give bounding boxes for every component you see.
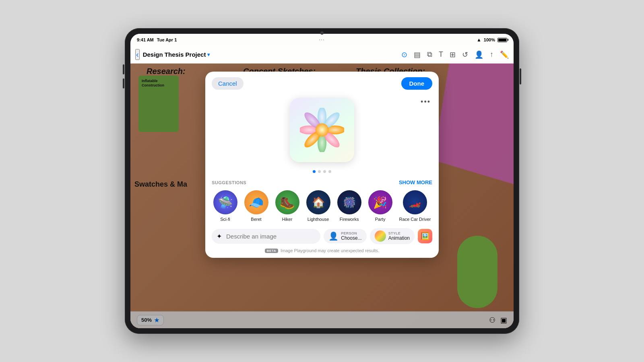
more-options-button[interactable]: •••	[421, 98, 431, 106]
image-insert-icon: 🖼️	[421, 232, 429, 241]
title-text: Design Thesis Project	[143, 51, 206, 58]
lighthouse-label: Lighthouse	[308, 217, 329, 222]
status-bar-center: ···	[319, 38, 325, 42]
sci-fi-label: Sci-fi	[220, 217, 230, 222]
fireworks-label: Fireworks	[340, 217, 359, 222]
party-label: Party	[375, 217, 386, 222]
battery-icon	[497, 38, 507, 42]
show-more-button[interactable]: SHOW MORE	[399, 179, 432, 185]
spark-icon: ✦	[217, 232, 222, 240]
prompt-bar: ✦ 👤 PERSON Choose...	[205, 228, 439, 248]
back-button[interactable]: ‹	[135, 49, 140, 60]
camera-notch	[320, 31, 324, 35]
content-wrapper: Research: Concept Sketches: Thesis Colle…	[130, 64, 514, 328]
date-display: Tue Apr 1	[157, 37, 177, 42]
suggestions-header: SUGGESTIONS SHOW MORE	[212, 179, 432, 185]
share-icon[interactable]: ↑	[490, 50, 493, 59]
title-chevron: ▾	[207, 52, 210, 58]
history-icon[interactable]: ↺	[462, 50, 468, 59]
beta-notice-text: Image Playground may create unexpected r…	[281, 248, 379, 253]
status-bar-left: 9:41 AM Tue Apr 1	[137, 37, 177, 42]
layers-icon[interactable]: ⧉	[427, 50, 432, 59]
suggestion-hiker[interactable]: 🥾 Hiker	[275, 190, 299, 222]
time-display: 9:41 AM	[137, 37, 154, 42]
sci-fi-icon: 🛸	[213, 190, 237, 214]
beta-badge: BETA	[265, 249, 278, 253]
person-chip[interactable]: 👤 PERSON Choose...	[324, 229, 366, 243]
race-car-driver-icon: 🏎️	[403, 190, 427, 214]
volume-down-button	[123, 78, 124, 88]
edit-icon[interactable]: ✏️	[500, 50, 509, 59]
modal-header: Cancel Done	[205, 72, 439, 90]
search-input-wrapper: ✦	[212, 229, 320, 244]
text-icon[interactable]: T	[439, 50, 443, 59]
lighthouse-icon: 🏠	[306, 190, 330, 214]
image-preview-area: •••	[205, 90, 439, 170]
user-icon[interactable]: 👤	[475, 50, 483, 59]
style-chip-value: Animation	[388, 235, 410, 241]
cancel-button[interactable]: Cancel	[212, 77, 244, 90]
dot-1	[313, 170, 316, 173]
battery-percent: 100%	[484, 37, 495, 42]
suggestion-sci-fi[interactable]: 🛸 Sci-fi	[213, 190, 237, 222]
ipad-frame: 9:41 AM Tue Apr 1 ··· ▲ 100% ‹ Design Th…	[125, 28, 519, 334]
suggestions-label: SUGGESTIONS	[212, 180, 246, 185]
done-button[interactable]: Done	[401, 77, 433, 90]
hiker-icon: 🥾	[275, 190, 299, 214]
suggestion-race-car-driver[interactable]: 🏎️ Race Car Driver	[399, 190, 431, 222]
dot-4	[328, 170, 331, 173]
person-chip-value: Choose...	[341, 235, 361, 241]
status-bar: 9:41 AM Tue Apr 1 ··· ▲ 100%	[130, 34, 514, 46]
suggestion-fireworks[interactable]: 🎆 Fireworks	[337, 190, 361, 222]
search-icon[interactable]: ⊙	[401, 50, 407, 59]
wifi-icon: ▲	[477, 37, 481, 43]
power-button	[520, 68, 521, 84]
image-playground-modal: Cancel Done •••	[205, 72, 439, 258]
modal-overlay: Cancel Done •••	[130, 64, 514, 328]
party-icon: 🎉	[368, 190, 392, 214]
suggestion-party[interactable]: 🎉 Party	[368, 190, 392, 222]
hiker-label: Hiker	[282, 217, 293, 222]
list-icon[interactable]: ▤	[414, 50, 421, 59]
suggestion-beret[interactable]: 🧢 Beret	[244, 190, 268, 222]
race-car-driver-label: Race Car Driver	[399, 217, 431, 222]
beta-notice: BETA Image Playground may create unexpec…	[205, 248, 439, 258]
style-chip-content: STYLE Animation	[388, 231, 410, 241]
image-icon[interactable]: ⊞	[450, 50, 456, 59]
person-avatar-icon: 👤	[328, 231, 339, 241]
describe-image-input[interactable]	[212, 229, 320, 244]
battery-fill	[498, 39, 506, 41]
app-toolbar: ‹ Design Thesis Project ▾ ⊙ ▤ ⧉ T ⊞ ↺ 👤 …	[130, 46, 514, 64]
fireworks-icon: 🎆	[337, 190, 361, 214]
volume-up-button	[123, 64, 124, 74]
dots-display: ···	[319, 38, 325, 42]
image-insert-chip[interactable]: 🖼️	[418, 229, 432, 243]
toolbar-icons: ⊙ ▤ ⧉ T ⊞ ↺ 👤 ↑ ✏️	[401, 50, 509, 59]
suggestions-grid: 🛸 Sci-fi 🧢 Beret	[212, 190, 432, 222]
status-bar-right: ▲ 100%	[477, 37, 507, 43]
suggestion-lighthouse[interactable]: 🏠 Lighthouse	[306, 190, 330, 222]
suggestions-section: SUGGESTIONS SHOW MORE 🛸 Sci-fi	[205, 179, 439, 228]
beret-label: Beret	[251, 217, 261, 222]
beret-icon: 🧢	[244, 190, 268, 214]
page-indicator	[205, 170, 439, 173]
ipad-screen: 9:41 AM Tue Apr 1 ··· ▲ 100% ‹ Design Th…	[130, 34, 514, 328]
person-chip-label: PERSON	[341, 231, 361, 235]
person-chip-content: PERSON Choose...	[341, 231, 361, 241]
dot-2	[318, 170, 321, 173]
style-chip[interactable]: STYLE Animation	[370, 228, 415, 244]
flower-icon	[298, 106, 346, 154]
style-chip-label: STYLE	[388, 231, 410, 235]
dot-3	[323, 170, 326, 173]
preview-image	[290, 98, 354, 162]
document-title: Design Thesis Project ▾	[143, 51, 210, 58]
style-chip-image	[375, 230, 386, 242]
svg-point-8	[316, 123, 329, 137]
